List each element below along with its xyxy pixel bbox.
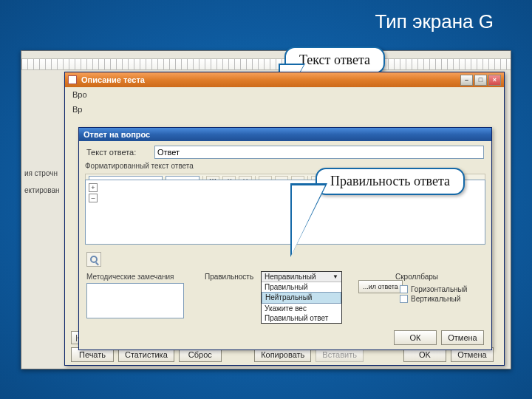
window-title: Описание теста <box>81 75 145 84</box>
editor-backdrop: ия строчн ектирован Текст ответа Описани… <box>21 50 511 369</box>
ok-button[interactable]: ОК <box>394 330 437 345</box>
background-labels: ия строчн ектирован <box>24 169 60 203</box>
ruler <box>21 58 511 70</box>
page-title: Тип экрана G <box>375 10 494 33</box>
formatted-text-label: Форматированный текст ответа <box>85 162 194 170</box>
expand-icon[interactable]: + <box>89 183 98 192</box>
callout-correctness: Правильность ответа <box>316 168 465 195</box>
correctness-option[interactable]: Правильный ответ <box>262 313 341 323</box>
checkbox-horizontal[interactable] <box>400 285 408 293</box>
correctness-selected: Неправильный <box>265 273 316 281</box>
titlebar[interactable]: Описание теста – □ × <box>65 72 504 87</box>
correctness-option[interactable]: Нейтральный <box>262 292 341 304</box>
checkbox-vertical-label: Вертикальный <box>411 295 460 303</box>
bg-label-2: ектирован <box>24 186 60 194</box>
method-notes-label: Методические замечания <box>86 273 174 281</box>
window-answer: Ответ на вопрос Текст ответа: Форматиров… <box>78 127 492 350</box>
collapse-icon[interactable]: – <box>89 194 98 202</box>
titlebar[interactable]: Ответ на вопрос <box>79 128 491 141</box>
magnifier-icon <box>90 256 98 263</box>
answer-text-input[interactable] <box>154 146 484 159</box>
checkbox-vertical[interactable] <box>400 295 408 303</box>
minimize-button[interactable]: – <box>460 75 473 86</box>
field-label-1: Вро <box>72 90 130 99</box>
method-notes-input[interactable] <box>86 283 184 318</box>
window-test-description: Описание теста – □ × Вро Вр |‹ ‹ 7 › ›| … <box>64 72 505 366</box>
close-button[interactable]: × <box>488 75 501 86</box>
zoom-button[interactable] <box>86 252 101 267</box>
callout-answer-text: Текст ответа <box>284 47 385 74</box>
correctness-label: Правильность <box>205 273 253 281</box>
cancel-button[interactable]: Отмена <box>441 330 484 345</box>
window-title: Ответ на вопрос <box>83 130 150 139</box>
correctness-dropdown[interactable]: Неправильный▼ Правильный Нейтральный Ука… <box>261 271 342 324</box>
callout-label: Правильность ответа <box>330 174 450 188</box>
field-label-2: Вр <box>72 105 130 114</box>
window-icon <box>68 75 77 84</box>
correctness-option[interactable]: Правильный <box>262 282 341 292</box>
scrollbars-label: Скроллбары <box>395 273 484 281</box>
correctness-option[interactable]: Укажите вес <box>262 304 341 313</box>
callout-label: Текст ответа <box>299 52 370 67</box>
checkbox-horizontal-label: Горизонтальный <box>411 285 467 293</box>
chevron-down-icon: ▼ <box>332 273 338 280</box>
scrollbars-group: Скроллбары Горизонтальный Вертикальный <box>395 273 484 304</box>
answer-text-label: Текст ответа: <box>86 148 154 157</box>
bg-label-1: ия строчн <box>24 169 60 177</box>
maximize-button[interactable]: □ <box>474 75 487 86</box>
